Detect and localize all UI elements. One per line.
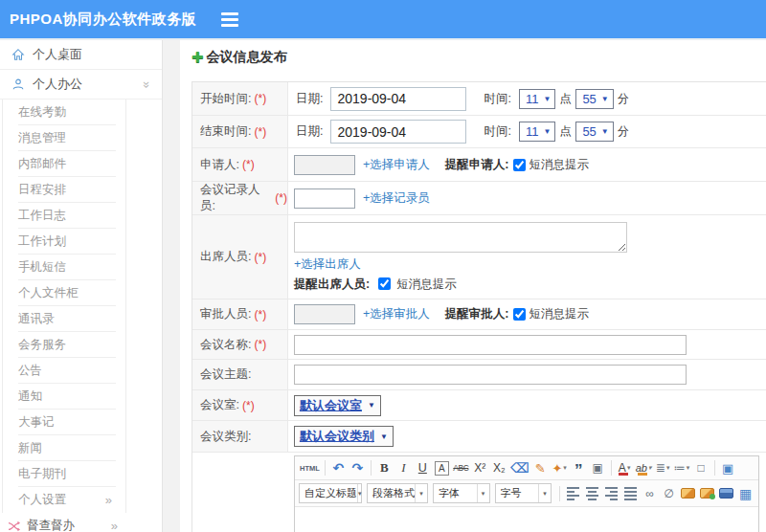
applicant-input[interactable] xyxy=(294,155,355,175)
sidebar-item[interactable]: 手机短信 xyxy=(3,255,125,280)
font-color-button[interactable]: A▾ xyxy=(616,459,634,477)
sidebar-item-settings[interactable]: 个人设置 » xyxy=(2,487,126,513)
start-hour-select[interactable]: 11 ▼ xyxy=(519,89,555,109)
html-source-button[interactable]: HTML xyxy=(299,459,321,477)
font-family-select[interactable]: 字体▾ xyxy=(433,483,490,503)
redo-button[interactable]: ↷ xyxy=(349,459,367,477)
sidebar-item[interactable]: 电子期刊 xyxy=(3,461,125,487)
screen-capture-icon xyxy=(700,488,714,499)
choose-attendees-link[interactable]: +选择出席人 xyxy=(294,256,361,273)
align-center-button[interactable] xyxy=(583,485,601,502)
sidebar-item-desktop[interactable]: 个人桌面 xyxy=(0,40,162,70)
new-page-button[interactable]: □ xyxy=(692,459,710,477)
remind-approver-label: 提醒审批人: xyxy=(445,306,509,322)
insert-media-icon xyxy=(719,488,733,499)
sms-remind-label: 短消息提示 xyxy=(396,277,457,291)
end-hour-select[interactable]: 11 ▼ xyxy=(519,122,555,142)
start-minute-select[interactable]: 55 ▼ xyxy=(575,89,613,109)
form-row-approver: 审批人员: (*) +选择审批人 提醒审批人: 短消息提示 xyxy=(192,299,766,330)
underline-button[interactable]: U xyxy=(414,459,432,477)
hour-unit-label: 点 xyxy=(559,91,571,107)
sidebar-item[interactable]: 内部邮件 xyxy=(3,151,125,177)
meeting-form: 开始时间: (*) 日期: 时间: 11 ▼ 点 55 ▼ xyxy=(192,81,766,532)
sidebar-item[interactable]: 日程安排 xyxy=(3,177,125,203)
menu-toggle-icon[interactable] xyxy=(221,12,238,27)
choose-recorder-link[interactable]: +选择记录员 xyxy=(363,190,430,207)
screen-capture-button[interactable] xyxy=(698,485,716,502)
insert-table-button[interactable]: ▦ xyxy=(736,485,755,502)
end-minute-select[interactable]: 55 ▼ xyxy=(575,122,613,142)
align-right-button[interactable] xyxy=(602,485,620,502)
attendees-sms-checkbox[interactable] xyxy=(378,277,391,290)
superscript-button[interactable]: X² xyxy=(471,459,489,477)
main-content: ✚ 会议信息发布 开始时间: (*) 日期: 时间: 11 ▼ 点 xyxy=(180,40,766,532)
sidebar-item[interactable]: 会务服务 xyxy=(3,332,125,358)
approver-input[interactable] xyxy=(294,304,355,324)
bold-button[interactable]: B xyxy=(375,459,394,477)
highlight-color-button[interactable]: ab▾ xyxy=(635,459,653,477)
sidebar-item[interactable]: 消息管理 xyxy=(3,125,125,151)
sidebar-item[interactable]: 个人文件柜 xyxy=(3,280,125,306)
required-mark: (*) xyxy=(275,191,287,205)
time-label: 时间: xyxy=(484,123,510,140)
align-justify-button[interactable] xyxy=(621,485,640,502)
align-left-button[interactable] xyxy=(564,485,582,502)
meeting-category-select[interactable]: 默认会议类别 ▼ xyxy=(294,426,394,447)
sidebar-item-supervise[interactable]: 督查督办 » xyxy=(0,513,162,532)
blockquote-button[interactable]: ” xyxy=(570,459,588,477)
unordered-list-button[interactable]: ≔▾ xyxy=(673,459,691,477)
fullscreen-button[interactable]: ▣ xyxy=(719,459,737,477)
meeting-room-select[interactable]: 默认会议室 ▼ xyxy=(294,395,381,416)
italic-button[interactable]: I xyxy=(394,459,413,477)
strikethrough-button[interactable]: ABC xyxy=(452,459,470,477)
time-label: 时间: xyxy=(484,91,510,107)
subscript-button[interactable]: X₂ xyxy=(490,459,508,477)
style-paint-button[interactable]: ✦▾ xyxy=(551,459,569,477)
sidebar-item[interactable]: 工作计划 xyxy=(3,229,125,255)
undo-button[interactable]: ↶ xyxy=(329,459,348,477)
sidebar-item[interactable]: 公告 xyxy=(3,358,125,384)
end-date-input[interactable] xyxy=(330,120,466,144)
choose-approver-link[interactable]: +选择审批人 xyxy=(363,306,430,322)
meeting-name-input[interactable] xyxy=(294,335,687,355)
meeting-room-label: 会议室: (*) xyxy=(192,390,288,420)
ordered-list-button[interactable]: ≣▾ xyxy=(654,459,672,477)
font-size-select[interactable]: 字号▾ xyxy=(495,483,552,503)
meeting-topic-input[interactable] xyxy=(294,365,687,385)
attendees-textarea[interactable] xyxy=(294,222,627,253)
paragraph-select[interactable]: 段落格式▾ xyxy=(367,483,428,503)
insert-media-button[interactable] xyxy=(717,485,735,502)
insert-image-button[interactable] xyxy=(679,485,697,502)
approver-sms-checkbox[interactable] xyxy=(513,308,526,321)
dropdown-arrow-icon: ▼ xyxy=(368,401,375,410)
applicant-sms-checkbox[interactable] xyxy=(513,159,526,171)
format-brush-button[interactable]: ✎ xyxy=(531,459,550,477)
recorder-label: 会议记录人员: (*) xyxy=(192,182,288,214)
recorder-input[interactable] xyxy=(294,188,355,209)
sidebar-item[interactable]: 通知 xyxy=(3,384,125,410)
dropdown-arrow-icon: ▾ xyxy=(415,484,427,502)
choose-applicant-link[interactable]: +选择申请人 xyxy=(363,157,430,173)
start-date-input[interactable] xyxy=(330,87,466,111)
unlink-button[interactable]: ∅ xyxy=(660,485,678,502)
sidebar-submenu: 在线考勤消息管理内部邮件日程安排工作日志工作计划手机短信个人文件柜通讯录会务服务… xyxy=(2,100,126,487)
shuffle-icon xyxy=(8,521,21,532)
sidebar: 个人桌面 个人办公 » 在线考勤消息管理内部邮件日程安排工作日志工作计划手机短信… xyxy=(0,40,163,532)
page-title: ✚ 会议信息发布 xyxy=(192,48,766,67)
sidebar-item-label: 个人桌面 xyxy=(33,46,82,63)
remove-format-button[interactable]: ⌫ xyxy=(509,459,530,477)
editor-content-area[interactable] xyxy=(295,507,758,532)
toolbar-separator xyxy=(611,460,612,476)
sidebar-item[interactable]: 大事记 xyxy=(3,410,125,435)
sidebar-item[interactable]: 通讯录 xyxy=(3,306,125,332)
link-button[interactable]: ∞ xyxy=(641,485,659,502)
heading-select[interactable]: 自定义标题▾ xyxy=(299,483,362,503)
sidebar-item[interactable]: 工作日志 xyxy=(3,203,125,229)
font-style-button[interactable]: A xyxy=(435,461,449,476)
sidebar-item[interactable]: 新闻 xyxy=(3,435,125,461)
editor-toolbar-row1: HTML↶↷BIUAABCX²X₂⌫✎✦▾”▣A▾ab▾≣▾≔▾□▣ xyxy=(295,456,758,480)
home-icon xyxy=(11,48,25,61)
sidebar-item-office[interactable]: 个人办公 » xyxy=(0,70,162,100)
sidebar-item[interactable]: 在线考勤 xyxy=(3,100,125,125)
paste-button[interactable]: ▣ xyxy=(589,459,607,477)
